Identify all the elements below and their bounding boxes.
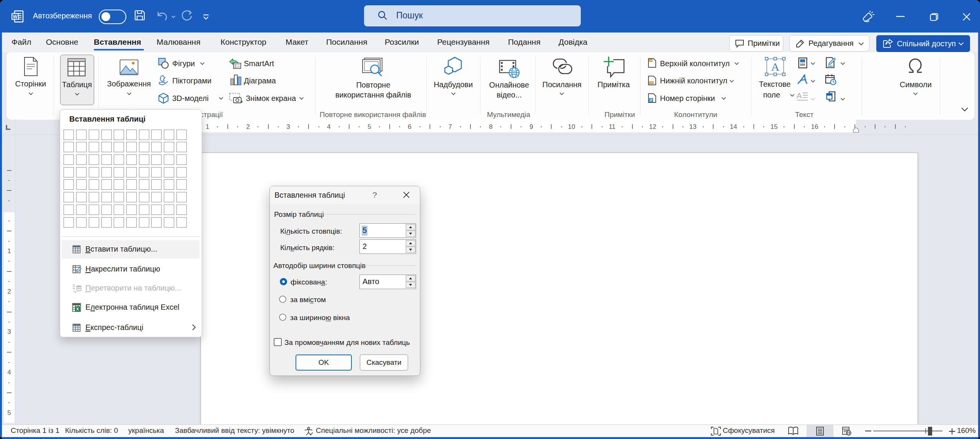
svg-text:W: W: [13, 14, 18, 20]
svg-text:#: #: [650, 98, 652, 102]
svg-text:X: X: [76, 307, 79, 311]
svg-text:A: A: [797, 91, 802, 100]
svg-text:A: A: [771, 60, 779, 73]
